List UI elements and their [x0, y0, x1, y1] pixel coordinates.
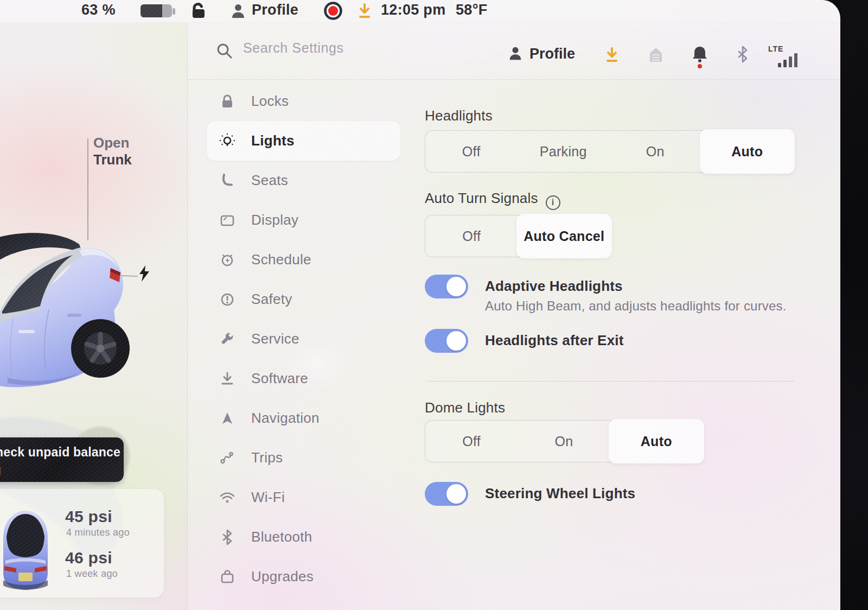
toggle-knob	[446, 277, 466, 296]
auto-turn-signals-option-off[interactable]: Off	[425, 215, 518, 257]
dome-lights-option-on[interactable]: On	[518, 421, 610, 462]
auto-turn-signals-option-auto-cancel[interactable]: Auto Cancel	[516, 214, 612, 258]
bag-icon	[219, 568, 236, 586]
section-divider	[426, 381, 794, 382]
settings-panel: Search Settings Profile	[187, 23, 840, 610]
steering-wheel-lights-row: Steering Wheel Lights	[425, 482, 794, 514]
download-icon[interactable]	[357, 3, 372, 19]
profile-person-icon[interactable]	[230, 3, 246, 19]
steering-wheel-lights-label: Steering Wheel Lights	[485, 485, 635, 502]
temperature[interactable]: 58°F	[456, 2, 488, 18]
adaptive-headlights-description: Auto High Beam, and adjusts headlights f…	[485, 298, 787, 314]
record-icon[interactable]	[324, 2, 342, 20]
wrench-icon	[219, 331, 236, 348]
charge-bolt-icon[interactable]	[138, 265, 151, 282]
dome-lights-segmented-control: Off On Auto	[425, 420, 703, 462]
headlights-option-on[interactable]: On	[609, 131, 701, 172]
tire-pressure-rear: 46 psi	[65, 549, 112, 567]
signal-bars-icon	[778, 53, 800, 67]
open-trunk-line1: Open	[93, 135, 132, 151]
download-icon	[219, 370, 236, 387]
battery-icon	[140, 4, 176, 19]
headlights-after-exit-row: Headlights after Exit	[425, 329, 794, 361]
info-icon[interactable]: i	[546, 195, 560, 210]
charge-port-line	[122, 274, 138, 278]
headlights-segmented-control: Off Parking On Auto	[425, 130, 794, 173]
tire-pressure-card[interactable]: 45 psi 4 minutes ago 46 psi 1 week ago	[0, 489, 164, 598]
adaptive-headlights-row: Adaptive Headlights Auto High Beam, and …	[425, 275, 794, 323]
tire-pressure-front-updated: 4 minutes ago	[66, 527, 130, 538]
sidebar-item-bluetooth[interactable]: Bluetooth	[207, 517, 400, 557]
steering-wheel-lights-toggle[interactable]	[425, 482, 468, 506]
bluetooth-icon	[219, 529, 236, 546]
search-input[interactable]: Search Settings	[243, 40, 344, 56]
vehicle-visualization[interactable]	[0, 232, 136, 402]
sidebar-item-upgrades[interactable]: Upgrades	[207, 557, 400, 596]
seat-icon	[219, 172, 236, 189]
sidebar-item-lights[interactable]: Lights	[207, 121, 400, 161]
headlights-after-exit-toggle[interactable]	[425, 329, 468, 353]
header-profile-label[interactable]: Profile	[529, 46, 575, 62]
dome-lights-option-auto[interactable]: Auto	[609, 419, 704, 463]
header-profile-icon[interactable]	[508, 46, 523, 61]
header-download-icon[interactable]	[604, 47, 620, 63]
sidebar-item-safety[interactable]: Safety	[207, 279, 400, 319]
toggle-knob	[446, 331, 466, 351]
car-wash-icon[interactable]	[648, 46, 664, 64]
tire-car-thumbnail	[0, 504, 54, 595]
topbar-profile-label[interactable]: Profile	[252, 2, 298, 18]
toast-text: heck unpaid balance	[0, 445, 118, 460]
sidebar-item-schedule[interactable]: Schedule	[207, 240, 400, 279]
adaptive-headlights-toggle[interactable]	[425, 275, 468, 298]
dome-lights-section-label: Dome Lights	[425, 399, 505, 416]
route-icon	[219, 449, 236, 467]
safety-icon	[219, 291, 236, 308]
auto-turn-signals-label: Auto Turn Signalsi	[425, 190, 560, 210]
sidebar-item-software[interactable]: Software	[207, 359, 400, 398]
tire-pressure-front: 45 psi	[65, 507, 112, 526]
settings-sidebar: Locks Lights	[188, 81, 405, 596]
headlights-option-auto[interactable]: Auto	[700, 129, 795, 174]
schedule-icon	[219, 251, 236, 269]
tire-pressure-rear-updated: 1 week ago	[66, 568, 118, 580]
sidebar-item-trips[interactable]: Trips	[207, 438, 400, 478]
headlights-option-off[interactable]: Off	[425, 131, 518, 172]
navigation-icon	[219, 410, 236, 427]
headlights-option-parking[interactable]: Parking	[518, 131, 610, 172]
network-label: LTE	[768, 45, 783, 53]
wifi-icon	[219, 489, 236, 506]
lightbulb-icon	[219, 132, 236, 150]
open-trunk-line2: Trunk	[93, 151, 132, 168]
adaptive-headlights-label: Adaptive Headlights	[485, 278, 623, 295]
header-bluetooth-icon[interactable]	[737, 46, 749, 63]
clock: 12:05 pm	[381, 2, 445, 18]
tesla-touchscreen: 63 % Profi	[0, 0, 868, 610]
sidebar-item-service[interactable]: Service	[207, 319, 400, 359]
display-icon	[219, 212, 236, 229]
sidebar-item-seats[interactable]: Seats	[207, 161, 400, 200]
lock-icon	[219, 93, 236, 110]
settings-search-bar[interactable]: Search Settings Profile	[188, 23, 840, 80]
sidebar-item-display[interactable]: Display	[207, 200, 400, 240]
auto-turn-signals-segmented-control: Off Auto Cancel	[425, 215, 611, 257]
headlights-after-exit-label: Headlights after Exit	[485, 332, 624, 349]
search-icon	[216, 42, 233, 60]
trunk-pointer-line	[87, 138, 88, 240]
unlock-icon[interactable]	[189, 2, 208, 20]
dashboard-bezel	[840, 0, 868, 610]
headlights-section-label: Headlights	[425, 107, 493, 124]
status-bar: 63 % Profi	[0, 0, 840, 23]
sidebar-item-navigation[interactable]: Navigation	[207, 398, 400, 438]
notifications-bell-icon[interactable]	[691, 45, 709, 68]
auto-turn-signals-text: Auto Turn Signals	[425, 190, 538, 206]
unpaid-balance-toast[interactable]: heck unpaid balance g	[0, 437, 124, 482]
display-area: 63 % Profi	[0, 0, 840, 610]
sidebar-item-wifi[interactable]: Wi-Fi	[207, 478, 400, 517]
sidebar-item-locks[interactable]: Locks	[207, 81, 400, 121]
battery-percent: 63 %	[81, 2, 116, 18]
toggle-knob	[446, 484, 466, 504]
toast-text-2: g	[0, 463, 118, 478]
dome-lights-option-off[interactable]: Off	[425, 421, 518, 462]
open-trunk-button[interactable]: Open Trunk	[93, 135, 132, 168]
